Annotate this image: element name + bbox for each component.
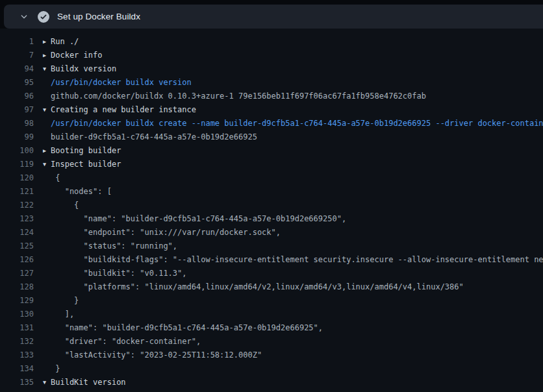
log-text: builder-d9cfb5a1-c764-445a-a57e-0b19d2e6… (51, 130, 543, 144)
line-number[interactable]: 95 (0, 76, 34, 90)
log-text: Booting builder (51, 144, 543, 158)
log-text: Docker info (51, 49, 543, 62)
line-number[interactable]: 132 (0, 335, 34, 349)
log-text: "status": "running", (51, 239, 543, 253)
log-line: 134 } (0, 362, 543, 376)
log-line[interactable]: 119 ▼ Inspect builder (0, 158, 543, 171)
group-expanded-arrow-icon[interactable]: ▼ (43, 376, 51, 389)
log-line: 132 "driver": "docker-container", (0, 335, 543, 349)
log-text: Run ./ (51, 35, 543, 49)
line-number[interactable]: 1 (0, 35, 34, 49)
line-number[interactable]: 129 (0, 294, 34, 308)
log-line: 124 "endpoint": "unix:///var/run/docker.… (0, 226, 543, 239)
log-line: 121 "nodes": [ (0, 185, 543, 199)
log-line: 129 } (0, 294, 543, 308)
log-text: "buildkit": "v0.11.3", (51, 267, 543, 280)
log-text: /usr/bin/docker buildx create --name bui… (51, 117, 543, 130)
line-number[interactable]: 131 (0, 321, 34, 335)
group-expanded-arrow-icon[interactable]: ▼ (43, 62, 51, 76)
log-text: "endpoint": "unix:///var/run/docker.sock… (51, 226, 543, 239)
line-number[interactable]: 124 (0, 226, 34, 239)
check-circle-icon (38, 11, 49, 23)
chevron-down-icon[interactable] (19, 12, 29, 21)
log-text: Creating a new builder instance (51, 103, 543, 117)
line-number[interactable]: 121 (0, 185, 34, 199)
group-collapsed-arrow-icon[interactable]: ▶ (43, 144, 51, 158)
log-text: github.com/docker/buildx 0.10.3+azure-1 … (51, 90, 543, 103)
log-text: "platforms": "linux/amd64,linux/amd64/v2… (51, 280, 543, 294)
line-number[interactable]: 94 (0, 62, 34, 76)
log-line[interactable]: 1 ▶ Run ./ (0, 35, 543, 49)
log-line: 131 "name": "builder-d9cfb5a1-c764-445a-… (0, 321, 543, 335)
log-line: 128 "platforms": "linux/amd64,linux/amd6… (0, 280, 543, 294)
log-text: "nodes": [ (51, 185, 543, 199)
log-line: 126 "buildkitd-flags": "--allow-insecure… (0, 253, 543, 267)
group-expanded-arrow-icon[interactable]: ▼ (43, 103, 51, 117)
line-number[interactable]: 136 (0, 389, 34, 392)
log-text: } (51, 362, 543, 376)
line-number[interactable]: 133 (0, 349, 34, 362)
group-expanded-arrow-icon[interactable]: ▼ (43, 158, 51, 171)
log-text: { (51, 199, 543, 212)
log-line[interactable]: 97 ▼ Creating a new builder instance (0, 103, 543, 117)
log-text: "lastActivity": "2023-02-25T11:58:12.000… (51, 349, 543, 362)
line-number[interactable]: 128 (0, 280, 34, 294)
line-number[interactable]: 7 (0, 49, 34, 62)
line-number[interactable]: 134 (0, 362, 34, 376)
line-number[interactable]: 98 (0, 117, 34, 130)
log-line[interactable]: 94 ▼ Buildx version (0, 62, 543, 76)
line-number[interactable]: 119 (0, 158, 34, 171)
log-line[interactable]: 7 ▶ Docker info (0, 49, 543, 62)
line-number[interactable]: 127 (0, 267, 34, 280)
log-line: 99 builder-d9cfb5a1-c764-445a-a57e-0b19d… (0, 130, 543, 144)
group-collapsed-arrow-icon[interactable]: ▶ (43, 49, 51, 62)
log-text: BuildKit version (51, 376, 543, 389)
group-collapsed-arrow-icon[interactable]: ▶ (43, 35, 51, 49)
log-text: ], (51, 308, 543, 321)
line-number[interactable]: 123 (0, 212, 34, 226)
log-line: 133 "lastActivity": "2023-02-25T11:58:12… (0, 349, 543, 362)
log-text: { (51, 171, 543, 185)
log-line: 136 builder-d9cfb5a1-c764-445a-a57e-0b19… (0, 389, 543, 392)
log-line: 122 { (0, 199, 543, 212)
log-line: 120 { (0, 171, 543, 185)
line-number[interactable]: 120 (0, 171, 34, 185)
line-number[interactable]: 135 (0, 376, 34, 389)
log-text: "buildkitd-flags": "--allow-insecure-ent… (51, 253, 543, 267)
log-text: "name": "builder-d9cfb5a1-c764-445a-a57e… (51, 321, 543, 335)
log-line: 125 "status": "running", (0, 239, 543, 253)
log-text: /usr/bin/docker buildx version (51, 76, 543, 90)
line-number[interactable]: 99 (0, 130, 34, 144)
log-text: builder-d9cfb5a1-c764-445a-a57e-0b19d2e6… (51, 389, 543, 392)
log-line: 96 github.com/docker/buildx 0.10.3+azure… (0, 90, 543, 103)
log-text: "name": "builder-d9cfb5a1-c764-445a-a57e… (51, 212, 543, 226)
step-header[interactable]: Set up Docker Buildx (4, 5, 543, 29)
log-line: 123 "name": "builder-d9cfb5a1-c764-445a-… (0, 212, 543, 226)
log-line[interactable]: 100 ▶ Booting builder (0, 144, 543, 158)
log-lines: 1 ▶ Run ./ 7 ▶ Docker info 94 ▼ Buildx v… (0, 29, 543, 392)
log-text: "driver": "docker-container", (51, 335, 543, 349)
log-line[interactable]: 135 ▼ BuildKit version (0, 376, 543, 389)
log-line: 130 ], (0, 308, 543, 321)
log-text: Inspect builder (51, 158, 543, 171)
log-line: 98 /usr/bin/docker buildx create --name … (0, 117, 543, 130)
line-number[interactable]: 100 (0, 144, 34, 158)
line-number[interactable]: 122 (0, 199, 34, 212)
log-text: } (51, 294, 543, 308)
line-number[interactable]: 130 (0, 308, 34, 321)
log-line: 127 "buildkit": "v0.11.3", (0, 267, 543, 280)
line-number[interactable]: 96 (0, 90, 34, 103)
log-line: 95 /usr/bin/docker buildx version (0, 76, 543, 90)
line-number[interactable]: 97 (0, 103, 34, 117)
log-text: Buildx version (51, 62, 543, 76)
line-number[interactable]: 125 (0, 239, 34, 253)
line-number[interactable]: 126 (0, 253, 34, 267)
step-title: Set up Docker Buildx (57, 12, 140, 21)
